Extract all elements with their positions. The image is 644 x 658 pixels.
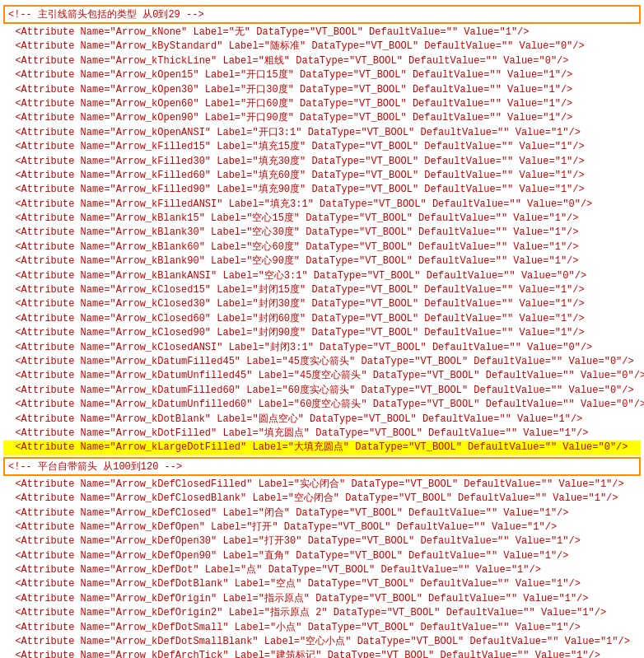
attr-line: <Attribute Name="Arrow_kFilledANSI" Labe…	[3, 198, 641, 212]
attribute-list: <Attribute Name="Arrow_kNone" Label="无" …	[3, 26, 641, 658]
attr-line: <Attribute Name="Arrow_kClosed30" Label=…	[3, 297, 641, 311]
attr-line: <Attribute Name="Arrow_kNone" Label="无" …	[3, 26, 641, 40]
attr-line: <Attribute Name="Arrow_kDefOpen" Label="…	[3, 520, 641, 534]
section-comment-1: <!-- 主引线箭头包括的类型 从0到29 -->	[3, 5, 641, 24]
attr-line: <Attribute Name="Arrow_kDotFilled" Label…	[3, 427, 641, 441]
attr-line: <Attribute Name="Arrow_kClosed60" Label=…	[3, 312, 641, 326]
attr-line: <Attribute Name="Arrow_kDatumUnfilled60"…	[3, 398, 641, 412]
attr-line: <Attribute Name="Arrow_kByStandard" Labe…	[3, 40, 641, 54]
attr-line: <Attribute Name="Arrow_kOpen90" Label="开…	[3, 111, 641, 125]
attr-line: <Attribute Name="Arrow_kDefDot" Label="点…	[3, 563, 641, 577]
attr-line: <Attribute Name="Arrow_kFilled90" Label=…	[3, 183, 641, 197]
attr-line: <Attribute Name="Arrow_kDefDotBlank" Lab…	[3, 577, 641, 591]
attr-line: <Attribute Name="Arrow_kDefClosed" Label…	[3, 506, 641, 520]
attr-line: <Attribute Name="Arrow_kDefOpen90" Label…	[3, 549, 641, 563]
attr-line: <Attribute Name="Arrow_kThickLine" Label…	[3, 54, 641, 68]
attr-line: <Attribute Name="Arrow_kDefDotSmall" Lab…	[3, 621, 641, 635]
attr-line: <Attribute Name="Arrow_kOpenANSI" Label=…	[3, 126, 641, 140]
main-container: <!-- 主引线箭头包括的类型 从0到29 --> <Attribute Nam…	[0, 0, 644, 658]
attr-line: <Attribute Name="Arrow_kOpen15" Label="开…	[3, 68, 641, 82]
attr-line: <Attribute Name="Arrow_kDefDotSmallBlank…	[3, 635, 641, 649]
attr-line: <Attribute Name="Arrow_kDefOrigin2" Labe…	[3, 606, 641, 620]
attr-line: <Attribute Name="Arrow_kClosed90" Label=…	[3, 326, 641, 340]
attr-line: <Attribute Name="Arrow_kDatumFilled45" L…	[3, 355, 641, 369]
attr-line: <Attribute Name="Arrow_kOpen60" Label="开…	[3, 97, 641, 111]
attr-line: <Attribute Name="Arrow_kDatumUnfilled45"…	[3, 369, 641, 383]
attr-line: <Attribute Name="Arrow_kLargeDotFilled" …	[3, 441, 641, 455]
comment-block-1: <!-- 主引线箭头包括的类型 从0到29 -->	[3, 5, 641, 24]
attr-line: <Attribute Name="Arrow_kBlankANSI" Label…	[3, 269, 641, 283]
attr-line: <Attribute Name="Arrow_kBlank30" Label="…	[3, 226, 641, 240]
attr-line: <Attribute Name="Arrow_kDefOrigin" Label…	[3, 592, 641, 606]
attr-line: <Attribute Name="Arrow_kClosedANSI" Labe…	[3, 341, 641, 355]
attr-line: <Attribute Name="Arrow_kBlank60" Label="…	[3, 240, 641, 254]
section-comment-2: <!-- 平台自带箭头 从100到120 -->	[3, 457, 641, 476]
attr-line: <Attribute Name="Arrow_kFilled60" Label=…	[3, 169, 641, 183]
attr-line: <Attribute Name="Arrow_kBlank15" Label="…	[3, 212, 641, 226]
attr-line: <Attribute Name="Arrow_kDatumFilled60" L…	[3, 384, 641, 398]
attr-line: <Attribute Name="Arrow_kDefArchTick" Lab…	[3, 649, 641, 658]
attr-line: <Attribute Name="Arrow_kOpen30" Label="开…	[3, 83, 641, 97]
attr-line: <Attribute Name="Arrow_kBlank90" Label="…	[3, 254, 641, 268]
attr-line: <Attribute Name="Arrow_kClosed15" Label=…	[3, 283, 641, 297]
attr-line: <Attribute Name="Arrow_kDefOpen30" Label…	[3, 534, 641, 548]
attr-line: <Attribute Name="Arrow_kDefClosedFilled"…	[3, 478, 641, 492]
attr-line: <Attribute Name="Arrow_kDefClosedBlank" …	[3, 492, 641, 506]
attr-line: <Attribute Name="Arrow_kFilled30" Label=…	[3, 155, 641, 169]
attr-line: <Attribute Name="Arrow_kFilled15" Label=…	[3, 140, 641, 154]
attr-line: <Attribute Name="Arrow_kDotBlank" Label=…	[3, 413, 641, 427]
